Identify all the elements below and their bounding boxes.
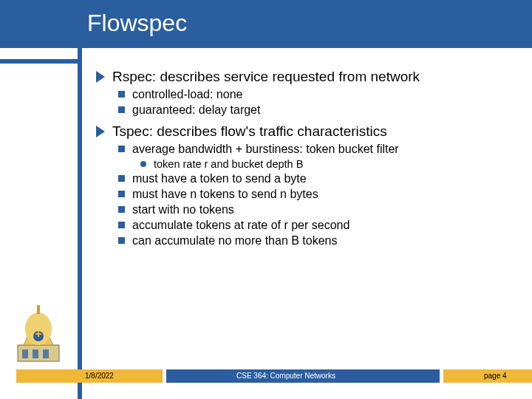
sub-bullet: start with no tokens xyxy=(118,202,510,217)
arrow-icon xyxy=(96,124,106,139)
svg-rect-3 xyxy=(22,349,28,358)
sub-bullet-text: must have a token to send a byte xyxy=(132,171,307,186)
sub-bullet-text: controlled-load: none xyxy=(132,87,242,102)
sub-bullet: guaranteed: delay target xyxy=(118,103,510,117)
svg-rect-5 xyxy=(43,349,49,358)
svg-rect-7 xyxy=(37,305,40,314)
footer-page: page 4 xyxy=(484,372,507,380)
square-icon xyxy=(118,206,125,213)
sub-sub-bullet: token rate r and bucket depth B xyxy=(140,157,510,171)
svg-rect-10 xyxy=(38,331,39,337)
sub-sub-bullet-text: token rate r and bucket depth B xyxy=(154,157,303,171)
square-icon xyxy=(118,91,125,98)
bullet-tspec: Tspec: describes flow's traffic characte… xyxy=(96,123,510,140)
slide: Flowspec Rspec: describes service reques… xyxy=(0,0,532,399)
svg-marker-1 xyxy=(96,126,105,137)
page-title: Flowspec xyxy=(87,10,187,37)
sub-bullet: can accumulate no more than B tokens xyxy=(118,233,510,248)
square-icon xyxy=(118,222,125,228)
square-icon xyxy=(118,191,125,197)
title-bar: Flowspec xyxy=(0,0,532,48)
footer-date: 1/8/2022 xyxy=(85,372,114,380)
arrow-icon xyxy=(96,69,106,84)
content-area: Rspec: describes service requested from … xyxy=(96,68,510,249)
square-icon xyxy=(118,175,125,182)
footer: 1/8/2022 CSE 364: Computer Networks page… xyxy=(0,369,532,389)
sub-bullet-text: accumulate tokens at rate of r per secon… xyxy=(132,218,349,233)
disc-icon xyxy=(140,161,146,167)
bullet-rspec: Rspec: describes service requested from … xyxy=(96,68,510,86)
svg-marker-0 xyxy=(96,71,105,83)
sub-bullet-text: must have n tokens to send n bytes xyxy=(132,187,318,202)
sub-bullet: controlled-load: none xyxy=(118,87,510,102)
sub-bullet-text: guaranteed: delay target xyxy=(132,103,260,117)
sub-bullet-text: average bandwidth + burstiness: token bu… xyxy=(132,142,399,157)
square-icon xyxy=(118,106,125,113)
square-icon xyxy=(118,237,125,244)
vertical-rule xyxy=(78,48,82,399)
sub-bullet-text: start with no tokens xyxy=(132,202,234,217)
sub-bullet: must have n tokens to send n bytes xyxy=(118,187,510,202)
sub-bullet: average bandwidth + burstiness: token bu… xyxy=(118,142,510,157)
bullet-text: Tspec: describes flow's traffic characte… xyxy=(112,123,387,140)
svg-rect-4 xyxy=(33,349,38,358)
bullet-text: Rspec: describes service requested from … xyxy=(112,68,420,86)
horizontal-rule xyxy=(0,59,78,64)
footer-course: CSE 364: Computer Networks xyxy=(236,372,335,380)
sub-bullet: must have a token to send a byte xyxy=(118,171,510,186)
dome-logo xyxy=(13,299,69,366)
sub-bullet-text: can accumulate no more than B tokens xyxy=(132,233,338,248)
sub-bullet: accumulate tokens at rate of r per secon… xyxy=(118,218,510,233)
square-icon xyxy=(118,146,125,152)
